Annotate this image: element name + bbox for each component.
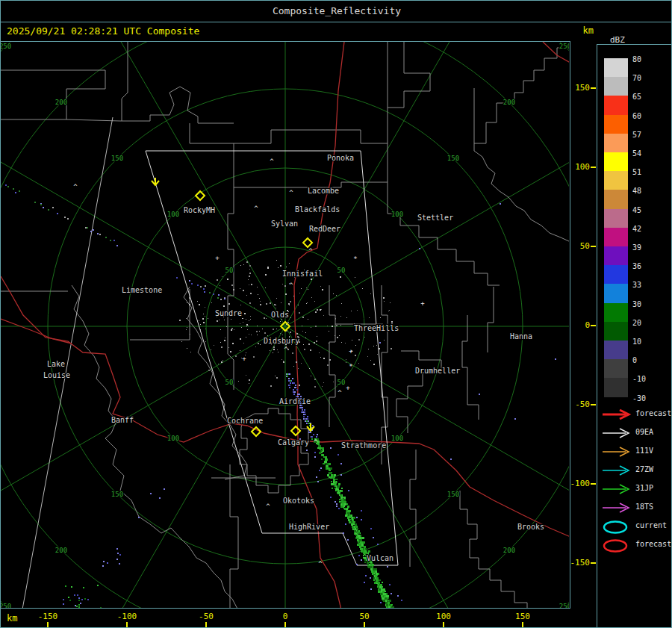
city-label: Airdrie: [279, 397, 311, 405]
svg-text:50: 50: [337, 267, 346, 274]
svg-text:^: ^: [314, 438, 318, 446]
colorbar-tick-label: 51: [632, 168, 665, 177]
svg-text:+: +: [420, 299, 425, 307]
city-labels: PonokaLacombeBlackfaldsSylvanRedDeerStet…: [43, 154, 544, 562]
colorbar-tick-label: -10: [632, 375, 665, 384]
city-label: Banff: [111, 416, 134, 424]
legend-ellipse-icon: [601, 538, 634, 554]
colorbar-tick-label: -30: [632, 394, 665, 403]
svg-text:^: ^: [308, 247, 313, 255]
x-axis-tick: [205, 622, 207, 628]
legend-label: 18TS: [635, 503, 653, 511]
sidebar-divider: [597, 44, 597, 628]
city-label: Blackfalds: [295, 205, 340, 214]
y-axis-tick: [591, 246, 596, 247]
legend-label: 111V: [635, 447, 653, 455]
city-label: Okotoks: [283, 497, 314, 505]
svg-text:^: ^: [337, 389, 342, 397]
straight-boundary-line: [19, 117, 113, 608]
svg-text:50: 50: [225, 379, 234, 386]
svg-text:250: 250: [559, 43, 569, 50]
radar-map-area[interactable]: 5050505010010010010015015015015020020020…: [1, 41, 570, 609]
city-label: Cochrane: [227, 417, 263, 425]
colorbar-tick-label: 20: [632, 319, 665, 328]
colorbar-tick-label: 30: [632, 300, 665, 309]
legend-item-arrow: 111V: [601, 444, 672, 461]
colorbar-tick-label: 57: [632, 131, 665, 140]
radar-site-diamond-icon: [303, 238, 312, 247]
svg-text:^: ^: [284, 346, 288, 353]
colorbar-block: [604, 171, 628, 190]
x-axis-label: 100: [421, 612, 466, 621]
storm-arrow-icon: [152, 178, 159, 185]
x-axis-label: 150: [500, 612, 545, 621]
point-markers: ^^^^^^^^^^^+++++**: [73, 158, 425, 568]
colorbar-block: [604, 322, 628, 341]
svg-text:100: 100: [167, 211, 179, 218]
svg-text:200: 200: [503, 99, 515, 106]
legend-item-arrow: 18TS: [601, 500, 672, 517]
svg-text:150: 150: [447, 491, 459, 498]
colorbar-tick-label: 39: [632, 243, 665, 252]
city-label: RockyMH: [184, 206, 215, 214]
city-label: Didsbury: [264, 337, 299, 345]
svg-text:200: 200: [503, 547, 515, 554]
radar-app-window: Composite_Reflectivity 2025/09/21 02:28:…: [0, 0, 672, 628]
colorbar-block: [604, 115, 628, 134]
city-label: Sundre: [215, 309, 242, 317]
city-label: Innisfail: [282, 270, 323, 278]
svg-text:250: 250: [559, 603, 569, 608]
svg-text:+: +: [215, 254, 220, 261]
colorbar-block: [604, 378, 628, 397]
y-axis-label: 50: [570, 241, 590, 252]
svg-text:^: ^: [289, 282, 293, 289]
y-axis-tick: [591, 404, 596, 405]
city-label: Brooks: [517, 523, 544, 531]
radar-map[interactable]: 5050505010010010010015015015015020020020…: [1, 42, 569, 608]
y-axis-label: -50: [570, 400, 590, 410]
timestamp-label: 2025/09/21 02:28:21 UTC Composite: [7, 25, 199, 37]
legend-item-arrow: forecast: [601, 407, 672, 423]
radial-lines: [1, 42, 569, 608]
svg-text:^: ^: [318, 560, 323, 568]
svg-text:200: 200: [55, 99, 67, 106]
colorbar-block: [604, 96, 628, 114]
colorbar-tick-label: 70: [632, 74, 665, 83]
colorbar-block: [604, 265, 628, 284]
colorbar-tick-label: 65: [632, 93, 665, 102]
colorbar-block: [604, 246, 628, 265]
svg-text:100: 100: [391, 211, 403, 218]
city-label: Olds: [271, 311, 289, 319]
y-axis-label: -150: [570, 558, 590, 568]
colorbar-tick-label: 10: [632, 338, 665, 346]
svg-text:+: +: [242, 355, 246, 362]
legend-arrow-icon: [601, 444, 634, 459]
x-axis-tick: [522, 622, 523, 628]
colorbar-block: [604, 134, 628, 152]
y-axis-label: -100: [570, 479, 590, 489]
city-label: Strathmore: [341, 441, 386, 450]
city-label: Lake: [47, 360, 65, 368]
city-label: Vulcan: [367, 554, 393, 562]
x-axis-tick: [126, 622, 128, 628]
bottom-axis-unit: km: [7, 613, 17, 624]
colorbar-block: [604, 303, 628, 322]
legend-label: current: [635, 521, 667, 529]
colorbar-title: dBZ: [610, 35, 662, 45]
city-label: Sylvan: [271, 220, 298, 228]
artifact-speckle-line: [5, 184, 225, 608]
x-axis-label: -150: [25, 612, 70, 621]
x-axis-tick: [364, 622, 365, 628]
legend-item-ellipse: forecast: [601, 538, 672, 554]
svg-text:100: 100: [391, 435, 403, 442]
y-axis-tick: [591, 562, 596, 564]
x-axis-label: -50: [184, 612, 228, 621]
y-axis-tick: [591, 325, 596, 326]
colorbar-tick-label: 33: [632, 281, 665, 290]
city-label: ThreeHills: [354, 324, 399, 332]
y-axis-label: 100: [570, 162, 590, 172]
title-bar: Composite_Reflectivity: [1, 1, 672, 22]
y-axis-label: 0: [570, 320, 590, 331]
colorbar-block: [604, 228, 628, 246]
legend-label: 31JP: [635, 484, 653, 492]
